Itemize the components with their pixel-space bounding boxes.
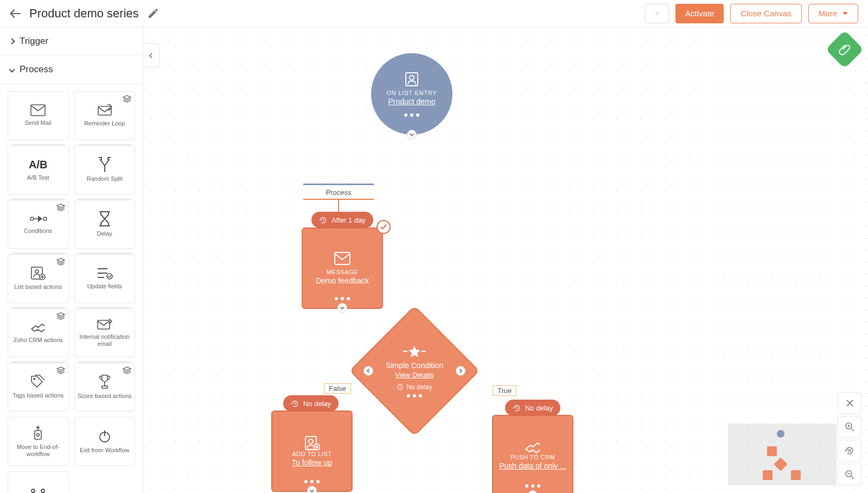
- condition-node[interactable]: Simple Condition View Details No delay: [368, 325, 461, 417]
- back-arrow-icon[interactable]: [10, 9, 21, 18]
- push-to-crm-node[interactable]: PUSH TO CRM Push data of only ...: [492, 415, 573, 493]
- history-icon: [513, 404, 521, 412]
- more-dots-icon[interactable]: [304, 480, 320, 483]
- workflow-canvas[interactable]: ON LIST ENTRY Product demo Process After…: [143, 27, 868, 493]
- chevron-down-icon: [9, 66, 15, 72]
- svg-point-13: [31, 489, 35, 492]
- port-out[interactable]: [528, 490, 538, 493]
- trigger-section-label: Trigger: [20, 36, 48, 47]
- trigger-node[interactable]: ON LIST ENTRY Product demo: [371, 53, 452, 135]
- chevron-down-icon: [843, 12, 848, 15]
- tile-label: List based actions: [12, 283, 64, 290]
- tile-tags-based-actions[interactable]: Tags based actions: [8, 363, 69, 412]
- attachment-badge[interactable]: [826, 30, 864, 69]
- tile-label: Internal notification email: [75, 333, 135, 347]
- header-left: Product demo series: [10, 7, 158, 21]
- close-canvas-button[interactable]: Close Canvas: [730, 4, 801, 23]
- stack-icon: [56, 258, 65, 268]
- tile-reminder-loop[interactable]: Reminder Loop: [74, 91, 136, 140]
- more-dots-icon[interactable]: [407, 394, 422, 397]
- tile-send-mail[interactable]: Send Mail: [8, 91, 69, 140]
- tile-move-end-of-workflow[interactable]: Move to End-of-workflow: [8, 417, 69, 466]
- handshake-icon: [524, 441, 542, 454]
- tile-zoho-crm-actions[interactable]: Zoho CRM actions: [8, 308, 69, 357]
- stack-icon: [56, 204, 65, 213]
- zoom-out-button[interactable]: [838, 464, 861, 485]
- port-left[interactable]: [363, 366, 373, 376]
- activate-button[interactable]: Activate: [675, 4, 724, 23]
- history-icon: [291, 400, 299, 408]
- tile-label: Move to End-of-workflow: [8, 444, 68, 458]
- tile-label: Conditions: [22, 227, 54, 235]
- port-out[interactable]: [337, 303, 347, 313]
- accordion-trigger[interactable]: Trigger: [0, 27, 143, 55]
- delay-text: No delay: [525, 404, 553, 412]
- add-to-list-node[interactable]: ADD TO LIST To follow up: [271, 410, 353, 492]
- port-out[interactable]: [407, 130, 417, 140]
- svg-rect-8: [98, 320, 110, 329]
- zoom-reset-button[interactable]: [838, 440, 861, 462]
- delay-text: No delay: [303, 400, 331, 408]
- tile-exit-workflow[interactable]: Exit from Workflow: [74, 417, 136, 466]
- tile-score-based-actions[interactable]: Score based actions: [74, 363, 136, 412]
- more-dots-icon[interactable]: [525, 484, 540, 488]
- message-eyebrow: MESSAGE: [327, 269, 359, 275]
- trigger-link[interactable]: Product demo: [388, 97, 435, 106]
- stack-icon: [123, 95, 131, 105]
- condition-title: Simple Condition: [386, 361, 443, 370]
- port-right[interactable]: [456, 366, 465, 376]
- condition-icon: [402, 345, 427, 358]
- tile-label: Send Mail: [23, 119, 54, 127]
- node-link[interactable]: Push data of only ...: [495, 462, 571, 470]
- sidebar-collapse-handle[interactable]: [143, 43, 159, 67]
- contact-list-icon: [404, 71, 420, 87]
- condition-view-details[interactable]: View Details: [395, 371, 433, 379]
- tile-delay[interactable]: Delay: [74, 200, 136, 249]
- message-node[interactable]: MESSAGE Demo feedback: [302, 227, 383, 309]
- edit-title-icon[interactable]: [148, 8, 158, 19]
- tile-label: Update fields: [85, 283, 124, 290]
- header-actions: Activate Close Canvas More: [645, 4, 858, 23]
- tile-merge[interactable]: [8, 471, 69, 493]
- tile-conditions[interactable]: Conditions: [8, 200, 69, 249]
- node-link[interactable]: To follow up: [288, 458, 336, 467]
- node-eyebrow: PUSH TO CRM: [510, 454, 555, 460]
- svg-point-21: [309, 439, 313, 444]
- zoom-in-button[interactable]: [838, 416, 861, 438]
- accordion-process[interactable]: Process: [0, 55, 143, 84]
- stack-icon: [123, 366, 131, 376]
- tile-update-fields[interactable]: Update fields: [74, 254, 136, 303]
- branch-false-label: False: [324, 383, 351, 394]
- tile-random-split[interactable]: Random Split: [74, 146, 136, 194]
- more-button[interactable]: More: [808, 4, 858, 23]
- left-delay-pill[interactable]: No delay: [283, 395, 339, 412]
- app-header: Product demo series Activate Close Canva…: [0, 0, 868, 27]
- tile-label: Reminder Loop: [82, 120, 127, 127]
- stack-icon: [56, 366, 65, 376]
- right-delay-pill[interactable]: No delay: [505, 400, 560, 416]
- refresh-button[interactable]: [645, 4, 669, 23]
- message-delay-pill[interactable]: After 1 day: [311, 212, 373, 228]
- more-dots-icon[interactable]: [335, 297, 350, 300]
- check-badge-icon: [376, 220, 391, 234]
- svg-point-9: [33, 378, 35, 380]
- minimap-close-button[interactable]: [838, 392, 861, 414]
- workflow-title: Product demo series: [29, 7, 139, 21]
- tile-label: Tags based actions: [10, 392, 66, 399]
- svg-point-2: [30, 217, 34, 220]
- svg-point-17: [410, 75, 414, 80]
- condition-delay: No delay: [397, 383, 432, 391]
- history-icon: [397, 383, 404, 390]
- more-dots-icon[interactable]: [404, 113, 419, 117]
- process-section-label: Process: [20, 64, 53, 75]
- tile-internal-notification[interactable]: Internal notification email: [74, 308, 136, 357]
- svg-rect-18: [335, 252, 350, 264]
- node-eyebrow: ADD TO LIST: [292, 451, 332, 457]
- tile-ab-test[interactable]: A/B A/B Test: [8, 146, 69, 194]
- tile-list-based-actions[interactable]: List based actions: [8, 254, 69, 303]
- svg-point-5: [35, 270, 39, 273]
- connectors: [143, 27, 306, 109]
- chevron-left-icon: [149, 53, 154, 58]
- port-out[interactable]: [307, 486, 317, 493]
- minimap[interactable]: [728, 424, 837, 485]
